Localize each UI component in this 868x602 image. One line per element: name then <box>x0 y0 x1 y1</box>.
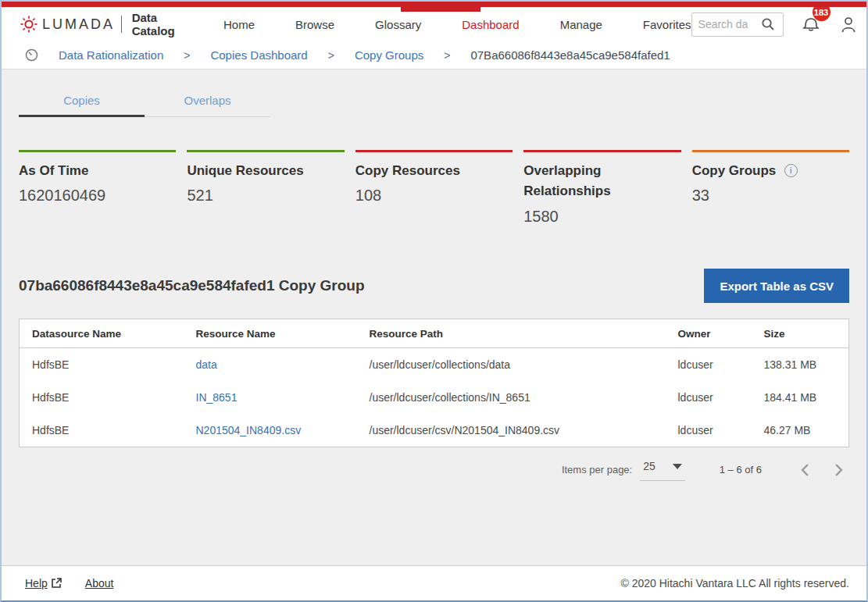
cell-path: /user/ldcuser/collections/data <box>357 348 666 382</box>
cell-datasource: HdfsBE <box>20 348 184 382</box>
breadcrumb-current-copy-group-id: 07Ba66086f8443e8a45ca9e584fafed1 <box>470 48 670 62</box>
help-link[interactable]: Help <box>25 577 62 590</box>
cell-path: /user/ldcuser/collections/IN_8651 <box>357 381 666 414</box>
stat-cards-row: As Of Time 1620160469 Unique Resources 5… <box>19 150 849 237</box>
column-header-datasource-name: Datasource Name <box>20 319 184 348</box>
pagination-controls <box>798 463 846 477</box>
external-link-icon <box>51 578 62 589</box>
stat-label: Unique Resources <box>187 163 303 178</box>
search-box[interactable] <box>691 12 784 37</box>
logo-wordmark: LUMADA <box>42 16 115 33</box>
page-footer: Help About © 2020 Hitachi Vantara LLC Al… <box>2 565 866 600</box>
nav-item-manage[interactable]: Manage <box>560 18 602 31</box>
table-header-row: Datasource Name Resource Name Resource P… <box>20 319 849 348</box>
lumada-logo: LUMADA Data Catalog <box>20 11 175 37</box>
help-link-label: Help <box>25 577 48 590</box>
logo-divider <box>121 16 122 33</box>
stat-label: Copy Groups <box>692 163 777 178</box>
resource-link[interactable]: IN_8651 <box>196 391 238 404</box>
copy-group-title: 07ba66086f8443e8a45ca9e584fafed1 Copy Gr… <box>19 277 365 294</box>
breadcrumb-separator: > <box>184 49 190 62</box>
header-right-cluster: 183 <box>691 12 857 37</box>
stat-value: 33 <box>692 187 849 205</box>
resources-table: Datasource Name Resource Name Resource P… <box>19 319 849 447</box>
resource-link[interactable]: data <box>196 358 217 371</box>
column-header-resource-path: Resource Path <box>357 319 666 348</box>
tab-copies[interactable]: Copies <box>19 87 145 117</box>
top-brand-bar <box>2 2 866 7</box>
search-input[interactable] <box>698 18 761 30</box>
cell-datasource: HdfsBE <box>20 414 184 447</box>
breadcrumb-link-data-rationalization[interactable]: Data Rationalization <box>59 48 163 62</box>
cell-owner: ldcuser <box>666 381 752 414</box>
copies-overlaps-tabs: Copies Overlaps <box>19 87 270 117</box>
column-header-owner: Owner <box>666 319 752 348</box>
main-nav: Home Browse Glossary Dashboard Manage Fa… <box>223 18 691 31</box>
nav-item-dashboard[interactable]: Dashboard <box>462 18 519 31</box>
tab-overlaps[interactable]: Overlaps <box>145 87 270 117</box>
cell-size: 46.27 MB <box>752 414 849 447</box>
stat-value: 521 <box>187 187 344 205</box>
breadcrumb-separator: > <box>328 49 334 62</box>
table-row: HdfsBE IN_8651 /user/ldcuser/collections… <box>20 381 849 414</box>
column-header-resource-name: Resource Name <box>184 319 357 348</box>
nav-item-favorites[interactable]: Favorites <box>643 18 691 31</box>
cell-size: 138.31 MB <box>752 348 849 382</box>
nav-item-browse[interactable]: Browse <box>295 18 334 31</box>
stat-card-as-of-time: As Of Time 1620160469 <box>19 150 176 237</box>
column-header-size: Size <box>752 319 849 348</box>
table-row: HdfsBE N201504_IN8409.csv /user/ldcuser/… <box>20 414 849 447</box>
about-link[interactable]: About <box>85 577 114 590</box>
cell-path: /user/ldcuser/csv/N201504_IN8409.csv <box>357 414 666 447</box>
lumada-gear-icon <box>20 16 38 33</box>
breadcrumb-link-copies-dashboard[interactable]: Copies Dashboard <box>210 48 307 62</box>
active-nav-indicator <box>401 2 480 12</box>
pagination: Items per page: 25 1 – 6 of 6 <box>19 458 849 481</box>
stat-value: 1620160469 <box>19 187 176 205</box>
stat-card-overlapping-relationships: Overlapping Relationships 1580 <box>523 150 680 237</box>
stat-value: 108 <box>355 187 513 205</box>
items-per-page-select[interactable]: 25 <box>640 458 685 481</box>
stat-card-copy-resources: Copy Resources 108 <box>355 150 513 237</box>
notifications-button[interactable]: 183 <box>802 14 821 34</box>
app-header: LUMADA Data Catalog Home Browse Glossary… <box>2 7 866 41</box>
cell-datasource: HdfsBE <box>20 381 184 414</box>
items-per-page-value: 25 <box>643 460 655 472</box>
stat-label: Copy Resources <box>355 163 460 178</box>
cell-owner: ldcuser <box>666 348 752 382</box>
user-account-icon[interactable] <box>840 15 857 34</box>
cell-owner: ldcuser <box>666 414 752 447</box>
stat-card-copy-groups: Copy Groups i 33 <box>692 150 849 237</box>
product-name: Data Catalog <box>132 11 175 37</box>
stat-label: As Of Time <box>19 163 88 178</box>
export-csv-button[interactable]: Export Table as CSV <box>704 269 849 303</box>
nav-item-glossary[interactable]: Glossary <box>375 18 421 31</box>
info-icon[interactable]: i <box>784 164 798 177</box>
cell-size: 184.41 MB <box>752 381 849 414</box>
dropdown-caret-icon <box>673 464 682 469</box>
dashboard-gauge-icon <box>25 48 38 62</box>
next-page-button[interactable] <box>831 463 846 477</box>
stat-value: 1580 <box>523 208 680 226</box>
previous-page-button[interactable] <box>798 463 813 477</box>
footer-links: Help About <box>25 577 113 590</box>
breadcrumb: Data Rationalization > Copies Dashboard … <box>2 41 866 69</box>
nav-item-home[interactable]: Home <box>223 18 255 31</box>
page-content: Copies Overlaps As Of Time 1620160469 Un… <box>2 69 866 565</box>
table-row: HdfsBE data /user/ldcuser/collections/da… <box>20 348 849 382</box>
copyright-text: © 2020 Hitachi Vantara LLC All rights re… <box>620 577 849 590</box>
stat-card-unique-resources: Unique Resources 521 <box>187 150 344 237</box>
copy-group-section-header: 07ba66086f8443e8a45ca9e584fafed1 Copy Gr… <box>19 269 849 303</box>
pagination-range: 1 – 6 of 6 <box>720 464 762 476</box>
breadcrumb-separator: > <box>444 49 450 62</box>
resource-link[interactable]: N201504_IN8409.csv <box>196 424 302 436</box>
items-per-page-label: Items per page: <box>562 464 632 476</box>
stat-label: Overlapping Relationships <box>523 163 610 198</box>
search-icon[interactable] <box>761 17 775 31</box>
breadcrumb-link-copy-groups[interactable]: Copy Groups <box>355 48 423 62</box>
